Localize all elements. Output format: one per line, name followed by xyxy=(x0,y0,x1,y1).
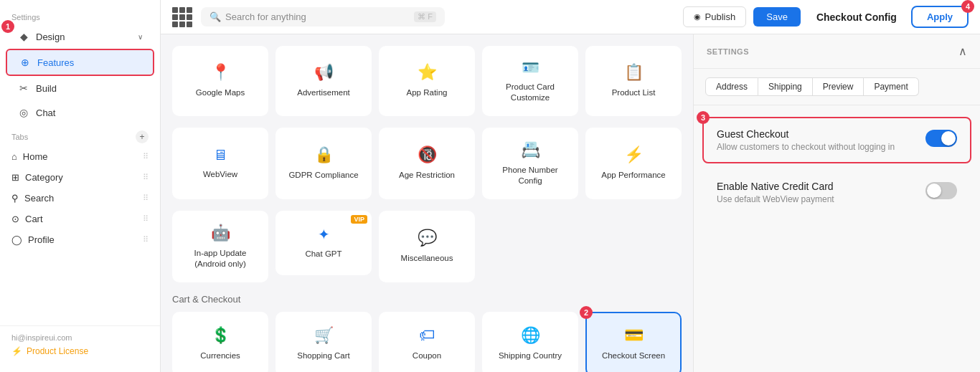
tab-profile[interactable]: ◯ Profile ⠿ xyxy=(0,229,160,250)
settings-panel: SETTINGS ∧ Address Shipping Preview Paym… xyxy=(693,34,980,372)
tab-cart-label: Cart xyxy=(25,214,43,224)
guest-checkout-info: Guest Checkout Allow customers to checko… xyxy=(717,128,925,152)
feature-app-rating[interactable]: ⭐ App Rating xyxy=(379,46,475,116)
vip-badge: VIP xyxy=(351,215,367,224)
shopping-cart-label: Shopping Cart xyxy=(297,350,350,361)
checkout-screen-label: Checkout Screen xyxy=(602,350,665,361)
features-icon: ⊕ xyxy=(19,56,32,69)
native-credit-card-info: Enable Native Credit Card Use default We… xyxy=(717,181,925,204)
tab-home[interactable]: ⌂ Home ⠿ xyxy=(0,146,160,167)
home-drag-handle[interactable]: ⠿ xyxy=(143,152,149,161)
settings-tab-address[interactable]: Address xyxy=(705,77,758,96)
design-icon: ◆ xyxy=(17,30,30,43)
search-drag-handle[interactable]: ⠿ xyxy=(143,194,149,203)
feature-coupon[interactable]: 🏷 Coupon xyxy=(379,312,475,372)
chat-icon: ◎ xyxy=(17,106,30,119)
user-email: hi@inspireui.com xyxy=(11,333,149,342)
product-license-button[interactable]: ⚡ Product License xyxy=(11,346,149,356)
search-placeholder: Search for anything xyxy=(225,11,410,22)
feature-phone-config[interactable]: 📇 Phone Number Config xyxy=(482,128,578,199)
product-list-label: Product List xyxy=(612,87,656,98)
app-rating-icon: ⭐ xyxy=(418,63,437,82)
publish-label: Publish xyxy=(705,11,736,22)
category-drag-handle[interactable]: ⠿ xyxy=(143,173,149,182)
native-credit-card-name: Enable Native Credit Card xyxy=(717,181,925,192)
feature-app-performance[interactable]: ⚡ App Performance xyxy=(585,128,682,199)
badge-3: 3 xyxy=(697,111,710,124)
design-label: Design xyxy=(36,32,65,42)
sidebar-footer: hi@inspireui.com ⚡ Product License xyxy=(0,325,160,363)
in-app-update-label: In-app Update (Android only) xyxy=(181,248,260,270)
save-button[interactable]: Save xyxy=(753,7,801,27)
feature-checkout-screen[interactable]: 💳 Checkout Screen xyxy=(585,312,682,372)
tabs-add-button[interactable]: + xyxy=(136,130,149,143)
shopping-cart-icon: 🛒 xyxy=(314,326,334,345)
tab-search[interactable]: ⚲ Search ⠿ xyxy=(0,188,160,209)
shipping-country-label: Shipping Country xyxy=(499,350,562,361)
integration-grid: 📍 Google Maps 📢 Advertisement ⭐ App Rati… xyxy=(172,46,682,116)
sidebar-item-build[interactable]: ✂ Build xyxy=(6,76,154,100)
coupon-icon: 🏷 xyxy=(419,326,435,345)
feature-google-maps[interactable]: 📍 Google Maps xyxy=(172,46,268,116)
product-license-label: Product License xyxy=(27,346,88,356)
tab-cart[interactable]: ⊙ Cart ⠿ xyxy=(0,209,160,229)
feature-product-list[interactable]: 📋 Product List xyxy=(585,46,682,116)
search-shortcut: ⌘ F xyxy=(414,11,436,22)
native-credit-card-toggle-thumb xyxy=(927,183,941,198)
app-performance-icon: ⚡ xyxy=(624,146,644,164)
grid-menu-icon[interactable] xyxy=(172,7,192,27)
native-credit-card-toggle[interactable] xyxy=(925,182,957,199)
gdpr-icon: 🔒 xyxy=(314,146,334,164)
feature-product-card[interactable]: 🪪 Product Card Customize xyxy=(482,46,578,116)
webview-label: WebView xyxy=(203,169,237,180)
webview-icon: 🖥 xyxy=(213,147,227,163)
tab-home-label: Home xyxy=(23,151,48,162)
guest-checkout-toggle-thumb xyxy=(941,131,956,146)
grid-dot xyxy=(179,14,185,20)
cart-drag-handle[interactable]: ⠿ xyxy=(143,214,149,224)
feature-gdpr[interactable]: 🔒 GDPR Compliance xyxy=(275,128,372,199)
settings-tab-shipping[interactable]: Shipping xyxy=(758,77,813,96)
guest-checkout-toggle[interactable] xyxy=(925,130,957,147)
settings-body: 3 Guest Checkout Allow customers to chec… xyxy=(694,105,980,227)
feature-age-restriction[interactable]: 🔞 Age Restriction xyxy=(379,128,475,199)
guest-checkout-name: Guest Checkout xyxy=(717,128,925,140)
advanced-grid: 🖥 WebView 🔒 GDPR Compliance 🔞 Age Restri… xyxy=(172,128,682,199)
google-maps-label: Google Maps xyxy=(196,87,245,98)
publish-button[interactable]: ◉ Publish xyxy=(683,6,747,27)
tab-category[interactable]: ⊞ Category ⠿ xyxy=(0,167,160,188)
cart-checkout-grid: 💲 Currencies 🛒 Shopping Cart 🏷 Coupon 🌐 … xyxy=(172,312,682,372)
grid-dot xyxy=(172,22,178,27)
sidebar-item-chat[interactable]: ◎ Chat xyxy=(6,100,154,125)
phone-config-icon: 📇 xyxy=(521,140,540,159)
feature-advertisement[interactable]: 📢 Advertisement xyxy=(275,46,372,116)
tab-search-label: Search xyxy=(24,193,54,204)
feature-currencies[interactable]: 💲 Currencies xyxy=(172,312,268,372)
home-icon: ⌂ xyxy=(11,151,17,162)
feature-chat-gpt-wrap: ✦ Chat GPT VIP xyxy=(275,211,372,282)
tabs-section-label: Tabs xyxy=(11,133,28,141)
apply-button[interactable]: Apply xyxy=(911,6,969,28)
guest-checkout-desc: Allow customers to checkout without logg… xyxy=(717,142,925,152)
settings-tab-preview[interactable]: Preview xyxy=(813,77,864,96)
feature-webview[interactable]: 🖥 WebView xyxy=(172,128,268,199)
feature-shopping-cart[interactable]: 🛒 Shopping Cart xyxy=(275,312,372,372)
profile-drag-handle[interactable]: ⠿ xyxy=(143,235,149,244)
feature-miscellaneous[interactable]: 💬 Miscellaneous xyxy=(379,211,475,282)
category-icon: ⊞ xyxy=(11,172,19,183)
sidebar-item-design[interactable]: ◆ Design ∨ 1 xyxy=(6,24,154,49)
feature-in-app-update[interactable]: 🤖 In-app Update (Android only) xyxy=(172,211,268,282)
sidebar-item-features[interactable]: ⊕ Features xyxy=(6,49,154,76)
extras-grid: 🤖 In-app Update (Android only) ✦ Chat GP… xyxy=(172,211,682,282)
currencies-icon: 💲 xyxy=(211,326,230,345)
currencies-label: Currencies xyxy=(200,350,240,361)
coupon-label: Coupon xyxy=(413,350,441,361)
search-bar[interactable]: 🔍 Search for anything ⌘ F xyxy=(201,7,445,27)
settings-collapse-button[interactable]: ∧ xyxy=(958,44,967,58)
settings-header: SETTINGS ∧ xyxy=(694,34,980,69)
gdpr-label: GDPR Compliance xyxy=(288,170,358,181)
feature-shipping-country[interactable]: 🌐 Shipping Country xyxy=(482,312,578,372)
tabs-section-header: Tabs + xyxy=(0,125,160,146)
build-icon: ✂ xyxy=(17,82,30,95)
settings-tab-payment[interactable]: Payment xyxy=(864,77,918,96)
